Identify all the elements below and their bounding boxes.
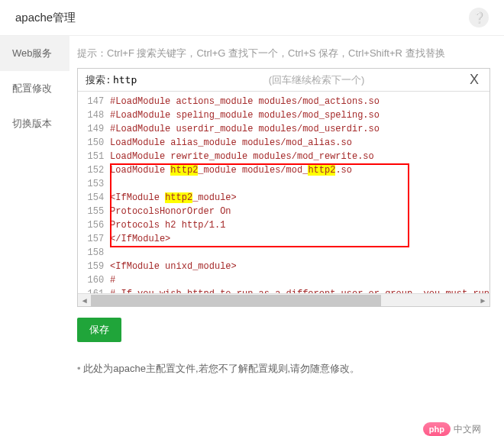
line-content[interactable]: LoadModule rewrite_module modules/mod_re…	[110, 150, 374, 163]
line-number: 156	[78, 218, 110, 232]
php-logo-icon: php	[423, 422, 451, 436]
sidebar-item-switch-version[interactable]: 切换版本	[0, 106, 69, 141]
code-line[interactable]: 148#LoadModule speling_module modules/mo…	[78, 108, 489, 122]
sidebar-item-web-service[interactable]: Web服务	[0, 36, 69, 71]
search-bar: 搜索: (回车继续检索下一个) X	[78, 69, 489, 92]
code-line[interactable]: 152LoadModule http2_module modules/mod_h…	[78, 163, 489, 177]
search-input[interactable]	[113, 74, 166, 86]
line-number: 147	[78, 95, 110, 108]
line-content[interactable]: #LoadModule actions_module modules/mod_a…	[110, 95, 380, 108]
line-content[interactable]: #LoadModule speling_module modules/mod_s…	[110, 108, 380, 122]
line-number: 157	[78, 232, 110, 246]
search-hint: (回车继续检索下一个)	[166, 73, 467, 87]
code-line[interactable]: 155ProtocolsHonorOrder On	[78, 205, 489, 218]
page-title: apache管理	[15, 11, 76, 25]
line-number: 161	[78, 287, 110, 293]
line-number: 148	[78, 108, 110, 122]
note-text: 此处为apache主配置文件,若您不了解配置规则,请勿随意修改。	[77, 362, 490, 376]
code-line[interactable]: 158	[78, 246, 489, 260]
code-line[interactable]: 154<IfModule http2_module>	[78, 191, 489, 205]
line-content[interactable]: ProtocolsHonorOrder On	[110, 205, 231, 218]
line-number: 160	[78, 273, 110, 287]
line-number: 155	[78, 205, 110, 218]
brand-text: 中文网	[454, 423, 481, 436]
code-area[interactable]: 147#LoadModule actions_module modules/mo…	[78, 92, 489, 293]
line-number: 153	[78, 177, 110, 191]
line-content[interactable]: <IfModule unixd_module>	[110, 260, 237, 273]
scroll-right-icon[interactable]: ►	[477, 294, 489, 307]
line-content[interactable]: LoadModule alias_module modules/mod_alia…	[110, 136, 352, 150]
line-content[interactable]: <IfModule http2_module>	[110, 191, 237, 205]
editor: 搜索: (回车继续检索下一个) X 147#LoadModule actions…	[77, 68, 490, 307]
code-line[interactable]: 153	[78, 177, 489, 191]
footer: php 中文网	[0, 418, 504, 436]
code-line[interactable]: 157</IfModule>	[78, 232, 489, 246]
code-line[interactable]: 160#	[78, 273, 489, 287]
code-line[interactable]: 151LoadModule rewrite_module modules/mod…	[78, 150, 489, 163]
horizontal-scrollbar[interactable]: ◄ ►	[78, 293, 489, 306]
scrollbar-thumb[interactable]	[91, 295, 381, 306]
line-number: 149	[78, 122, 110, 136]
code-line[interactable]: 161# If you wish httpd to run as a diffe…	[78, 287, 489, 293]
brand-badge: php 中文网	[423, 422, 481, 436]
sidebar-item-config-edit[interactable]: 配置修改	[0, 71, 69, 106]
scroll-left-icon[interactable]: ◄	[78, 294, 91, 307]
line-number: 152	[78, 163, 110, 177]
tip-text: 提示：Ctrl+F 搜索关键字，Ctrl+G 查找下一个，Ctrl+S 保存，C…	[77, 47, 490, 60]
code-line[interactable]: 159<IfModule unixd_module>	[78, 260, 489, 273]
search-label: 搜索:	[86, 73, 111, 87]
help-icon[interactable]: ❔	[469, 8, 489, 27]
line-number: 154	[78, 191, 110, 205]
line-number: 159	[78, 260, 110, 273]
code-line[interactable]: 147#LoadModule actions_module modules/mo…	[78, 95, 489, 108]
code-line[interactable]: 156Protocols h2 http/1.1	[78, 218, 489, 232]
sidebar: Web服务 配置修改 切换版本	[0, 36, 69, 418]
line-content[interactable]: Protocols h2 http/1.1	[110, 218, 225, 232]
save-button[interactable]: 保存	[77, 318, 121, 342]
line-content[interactable]: # If you wish httpd to run as a differen…	[110, 287, 489, 293]
code-line[interactable]: 150LoadModule alias_module modules/mod_a…	[78, 136, 489, 150]
line-content[interactable]: #	[110, 273, 115, 287]
code-line[interactable]: 149#LoadModule userdir_module modules/mo…	[78, 122, 489, 136]
line-content[interactable]: LoadModule http2_module modules/mod_http…	[110, 163, 352, 177]
main-panel: 提示：Ctrl+F 搜索关键字，Ctrl+G 查找下一个，Ctrl+S 保存，C…	[69, 36, 504, 418]
line-number: 151	[78, 150, 110, 163]
line-number: 158	[78, 246, 110, 260]
line-content[interactable]: #LoadModule userdir_module modules/mod_u…	[110, 122, 380, 136]
line-number: 150	[78, 136, 110, 150]
line-content[interactable]: </IfModule>	[110, 232, 170, 246]
close-icon[interactable]: X	[467, 72, 482, 88]
